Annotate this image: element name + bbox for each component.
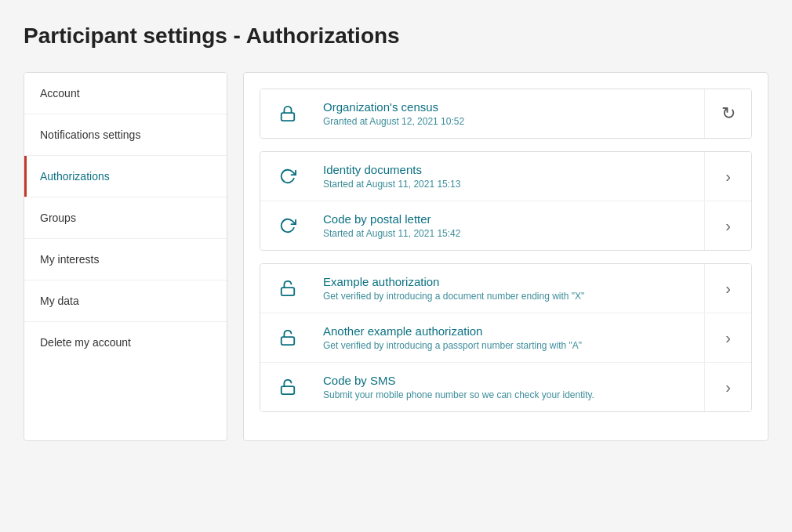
auth-info-identity-docs: Identity documents Started at August 11,… xyxy=(315,152,704,201)
chevron-action-code-postal[interactable]: › xyxy=(704,201,751,250)
auth-subtitle: Started at August 11, 2021 15:42 xyxy=(323,228,696,239)
auth-title: Organization's census xyxy=(323,100,696,114)
page-title: Participant settings - Authorizations xyxy=(24,24,768,49)
page-container: Participant settings - Authorizations Ac… xyxy=(0,0,792,465)
available-section: Example authorization Get verified by in… xyxy=(260,263,752,412)
chevron-action-another-example-auth[interactable]: › xyxy=(704,313,751,362)
lock-open-icon-example xyxy=(260,264,315,313)
chevron-right-icon: › xyxy=(725,168,731,186)
lock-open-icon-sms xyxy=(260,363,315,411)
auth-title: Identity documents xyxy=(323,163,696,176)
chevron-right-icon: › xyxy=(725,329,731,347)
started-section: Identity documents Started at August 11,… xyxy=(260,151,752,251)
auth-info-another-example-auth: Another example authorization Get verifi… xyxy=(315,313,704,362)
svg-rect-3 xyxy=(282,386,295,394)
auth-info-org-census: Organization's census Granted at August … xyxy=(315,89,704,138)
granted-section: Organization's census Granted at August … xyxy=(260,89,752,139)
chevron-right-icon: › xyxy=(725,217,731,235)
auth-subtitle: Submit your mobile phone number so we ca… xyxy=(323,389,696,400)
auth-title: Another example authorization xyxy=(323,324,696,338)
auth-info-code-sms: Code by SMS Submit your mobile phone num… xyxy=(315,363,704,411)
list-item: Example authorization Get verified by in… xyxy=(260,264,751,313)
content-area: Account Notifications settings Authoriza… xyxy=(24,72,768,441)
sidebar-item-authorizations[interactable]: Authorizations xyxy=(24,156,227,197)
list-item: Organization's census Granted at August … xyxy=(260,89,751,138)
chevron-right-icon: › xyxy=(725,280,731,298)
auth-subtitle: Get verified by introducing a document n… xyxy=(323,291,696,302)
sidebar-item-my-data[interactable]: My data xyxy=(24,280,227,322)
svg-rect-1 xyxy=(282,288,295,295)
sidebar-item-groups[interactable]: Groups xyxy=(24,197,227,239)
svg-rect-0 xyxy=(282,113,295,121)
lock-closed-icon xyxy=(260,89,315,138)
sidebar-item-delete-my-account[interactable]: Delete my account xyxy=(24,322,227,363)
sidebar: Account Notifications settings Authoriza… xyxy=(24,72,227,441)
list-item: Code by SMS Submit your mobile phone num… xyxy=(260,363,751,411)
auth-subtitle: Started at August 11, 2021 15:13 xyxy=(323,179,696,190)
svg-rect-2 xyxy=(282,337,295,345)
chevron-action-code-sms[interactable]: › xyxy=(704,363,751,411)
refresh-icon-postal xyxy=(260,201,315,250)
auth-subtitle: Granted at August 12, 2021 10:52 xyxy=(323,116,696,127)
auth-subtitle: Get verified by introducing a passport n… xyxy=(323,340,696,351)
auth-title: Code by SMS xyxy=(323,374,696,387)
refresh-action-org-census[interactable]: ↻ xyxy=(704,89,751,138)
list-item: Identity documents Started at August 11,… xyxy=(260,152,751,201)
chevron-action-example-auth[interactable]: › xyxy=(704,264,751,313)
auth-title: Example authorization xyxy=(323,275,696,288)
list-item: Code by postal letter Started at August … xyxy=(260,201,751,250)
chevron-action-identity-docs[interactable]: › xyxy=(704,152,751,201)
list-item: Another example authorization Get verifi… xyxy=(260,313,751,363)
sidebar-item-my-interests[interactable]: My interests xyxy=(24,239,227,280)
auth-title: Code by postal letter xyxy=(323,212,696,226)
sidebar-item-notifications-settings[interactable]: Notifications settings xyxy=(24,114,227,156)
sidebar-item-account[interactable]: Account xyxy=(24,73,227,114)
auth-info-code-postal: Code by postal letter Started at August … xyxy=(315,201,704,250)
lock-open-icon-another xyxy=(260,313,315,362)
main-content: Organization's census Granted at August … xyxy=(243,72,768,441)
auth-info-example-auth: Example authorization Get verified by in… xyxy=(315,264,704,313)
refresh-icon-identity xyxy=(260,152,315,201)
chevron-right-icon: › xyxy=(725,378,731,396)
refresh-icon: ↻ xyxy=(721,103,736,124)
